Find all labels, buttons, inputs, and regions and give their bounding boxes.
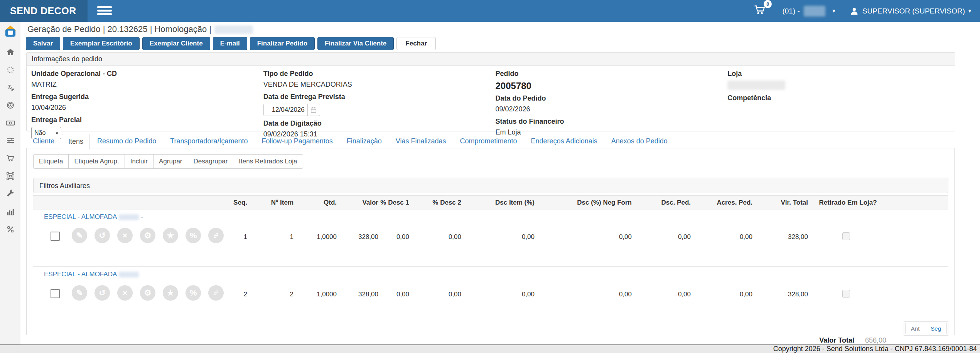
retirado-checkbox[interactable] [842,232,850,240]
top-bar: SEND DECOR 0 (01) - ▼ SUPERVISOR (SUPERV… [0,0,980,22]
gear-icon[interactable]: ⚙ [140,228,155,243]
row-checkbox[interactable] [51,232,60,241]
sidebar-item-orders[interactable] [0,150,20,167]
sidebar-item-finance[interactable] [0,114,20,132]
sidebar-item-home[interactable] [0,43,20,61]
order-info-title: Informações do pedido [27,53,955,66]
user-name: SUPERVISOR (SUPERVISOR) [862,7,965,15]
history-icon[interactable]: ↺ [94,228,110,243]
retirado-checkbox[interactable] [842,290,850,298]
tab-finalizacao[interactable]: Finalização [340,133,388,149]
finalizar-via-cliente-button[interactable]: Finalizar Via Cliente [317,37,394,50]
tab-itens[interactable]: Itens [62,134,90,150]
unidade-label: Unidade Operacional - CD [31,70,259,78]
pagination: Ant Seg [904,321,948,336]
gear-icon[interactable]: ⚙ [140,285,155,301]
tab-cliente[interactable]: Cliente [26,133,61,149]
header-dsc-neg-forn: Dsc (%) Neg Forn [562,196,632,210]
prev-page-button[interactable]: Ant [905,323,926,334]
sofa-house-logo-icon [2,24,19,40]
tab-vias-finalizadas[interactable]: Vias Finalizadas [389,133,453,149]
brand-logo[interactable]: SEND DECOR [0,0,88,22]
sidebar-item-tools[interactable] [0,185,20,203]
digitacao-label: Data de Digitação [263,119,491,128]
sidebar-item-loading[interactable] [0,61,20,79]
desagrupar-button[interactable]: Desagrupar [188,154,234,169]
product-link[interactable]: ESPECIAL - ALMOFADA- [44,213,143,221]
cell-dsc-item: 0,00 [477,233,535,241]
header-desc1: % Desc 1 [379,196,409,210]
finalizar-pedido-button[interactable]: Finalizar Pedido [250,37,315,50]
next-page-button[interactable]: Seg [925,323,947,334]
sidebar-item-reports[interactable] [0,203,20,220]
items-table-header: Seq. Nº Item Qtd. Valor % Desc 1 % Desc … [33,195,948,210]
tab-anexos-do-pedido[interactable]: Anexos do Pedido [605,133,674,149]
remove-icon[interactable]: × [117,228,133,243]
menu-icon[interactable] [97,6,112,16]
product-link[interactable]: ESPECIAL - ALMOFADA [44,271,141,278]
edit-icon[interactable]: ✎ [72,285,87,301]
sidebar-item-settings[interactable] [0,79,20,96]
user-icon [850,7,859,16]
percent-icon[interactable]: % [186,285,201,301]
percent-icon[interactable]: % [186,228,201,243]
itens-tab-panel: Etiqueta Etiqueta Agrup. Incluir Agrupar… [26,148,955,335]
salvar-button[interactable]: Salvar [26,37,60,50]
entrega-prevista-input[interactable] [263,104,308,116]
tab-resumo-do-pedido[interactable]: Resumo do Pedido [91,133,163,149]
calendar-icon [310,106,317,113]
cart-count-badge: 0 [764,0,772,8]
itens-retirados-loja-button[interactable]: Itens Retirados Loja [233,154,303,169]
gears-icon [6,83,15,92]
fechar-button[interactable]: Fechar [396,37,436,50]
tab-transportadora-icamento[interactable]: Transportadora/Içamento [164,133,254,149]
filtros-auxiliares-header[interactable]: Filtros Auxiliares [33,178,948,193]
remove-icon[interactable]: × [117,285,133,301]
store-selector[interactable]: (01) - ▼ [782,6,838,17]
sidebar-item-design[interactable] [0,167,20,185]
info-col-3: Pedido 2005780 Data do Pedido 09/02/2026… [491,70,723,131]
order-tabs: ClienteItensResumo do PedidoTransportado… [26,133,955,148]
unidade-value: MATRIZ [31,81,259,89]
header-retirado: Retirado Em Loja? [812,196,884,210]
cell-acres-ped: 0,00 [691,291,752,298]
header-valor: Valor [328,196,378,210]
tab-follow-up-pagamentos[interactable]: Follow-up Pagamentos [255,133,339,149]
competencia-label: Competência [727,94,955,102]
row-checkbox[interactable] [51,289,60,298]
items-table-body: ESPECIAL - ALMOFADA- ✎ ↺ × ⚙ ★ % 1 1 1,0… [33,209,948,324]
sidebar-item-discounts[interactable] [0,220,20,238]
header-divider [20,36,980,36]
incluir-button[interactable]: Incluir [125,154,153,169]
sidebar-item-preferences[interactable] [0,132,20,150]
cell-seq: 2 [209,291,247,298]
calendar-button[interactable] [308,104,320,116]
header-acres-ped: Acres. Ped. [691,196,752,210]
user-menu[interactable]: SUPERVISOR (SUPERVISOR) ▼ [850,7,975,16]
email-button[interactable]: E-mail [213,37,247,50]
star-icon[interactable]: ★ [163,228,178,243]
product-name-redacted [119,214,139,220]
tab-enderecos-adicionais[interactable]: Endereços Adicionais [525,133,604,149]
cell-vlr-total: 328,00 [746,291,808,298]
data-pedido-label: Data do Pedido [496,94,723,103]
sidebar-menu [0,43,20,238]
entrega-sugerida-value: 10/04/2026 [31,104,259,112]
tab-comprometimento[interactable]: Comprometimento [454,133,524,149]
cart-icon [6,154,15,163]
pedido-value: 2005780 [496,81,723,91]
history-icon[interactable]: ↺ [94,285,110,301]
star-icon[interactable]: ★ [163,285,178,301]
app-logo[interactable] [2,24,19,41]
agrupar-button[interactable]: Agrupar [153,154,188,169]
cart-button[interactable]: 0 [753,3,767,18]
exemplar-escritorio-button[interactable]: Exemplar Escritório [63,37,140,50]
cell-valor: 328,00 [328,233,378,241]
exemplar-cliente-button[interactable]: Exemplar Cliente [142,37,210,50]
footer: Copyright 2026 - Send Solutions Ltda - C… [0,345,980,353]
sidebar-item-target[interactable] [0,96,20,114]
etiqueta-button[interactable]: Etiqueta [33,154,69,169]
table-row: ESPECIAL - ALMOFADA- ✎ ↺ × ⚙ ★ % 1 1 1,0… [33,209,948,267]
edit-icon[interactable]: ✎ [72,228,87,243]
etiqueta-agrup-button[interactable]: Etiqueta Agrup. [68,154,125,169]
